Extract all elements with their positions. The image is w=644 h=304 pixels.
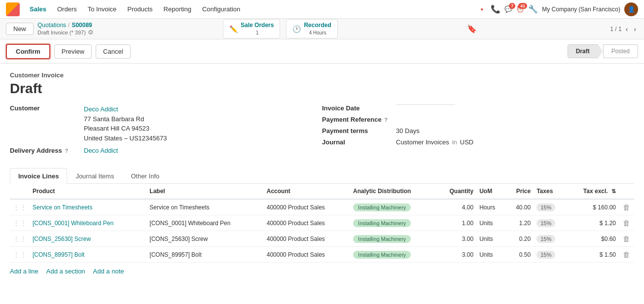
confirm-button[interactable]: Confirm [6, 44, 50, 59]
status-flow: Draft Posted [568, 43, 638, 59]
adjust-icon[interactable]: ⇅ [611, 188, 616, 194]
breadcrumb-child[interactable]: S00089 [72, 22, 92, 29]
nav-configuration[interactable]: Configuration [197, 3, 245, 15]
col-drag [10, 184, 30, 199]
customer-value: Deco Addict 77 Santa Barbara Rd Pleasant… [84, 104, 167, 143]
breadcrumb-parent[interactable]: Quotations [37, 22, 66, 29]
nav-sales[interactable]: Sales [25, 3, 51, 15]
drag-handle[interactable]: ⋮⋮ [13, 203, 27, 211]
recorded-label: Recorded [304, 22, 331, 30]
breadcrumb-sep: / [68, 22, 70, 29]
invoice-date-row: Invoice Date [322, 104, 634, 112]
delivery-value: Deco Addict [84, 147, 118, 154]
row-label: Service on Timesheets [146, 199, 263, 215]
nav-reporting[interactable]: Reporting [159, 3, 196, 15]
wrench-icon[interactable]: 🔧 [528, 4, 538, 14]
delete-row-button[interactable]: 🗑 [622, 219, 631, 227]
tax-badge: 15% [537, 219, 555, 227]
customer-row: Customer Deco Addict 77 Santa Barbara Rd… [10, 104, 322, 143]
next-page-button[interactable]: › [632, 24, 638, 34]
nav-to-invoice[interactable]: To Invoice [83, 3, 122, 15]
row-price: 1.20 [506, 215, 534, 231]
table-row: ⋮⋮ Service on Timesheets Service on Time… [10, 199, 634, 215]
add-note-link[interactable]: Add a note [93, 268, 124, 275]
invoice-type-label: Customer Invoice [10, 71, 634, 79]
col-analytic: Analytic Distribution [350, 184, 436, 199]
invoice-table: Product Label Account Analytic Distribut… [10, 184, 634, 263]
action-bar: Confirm Preview Cancel Draft Posted [0, 39, 644, 64]
draft-invoice-label: Draft Invoice (* 397) [37, 30, 86, 35]
col-tax-excl: Tax excl. ⇅ [567, 184, 619, 199]
payment-terms-label: Payment terms [322, 127, 396, 135]
circle-red-icon: ● [477, 4, 487, 14]
customer-addr1: 77 Santa Barbara Rd [84, 114, 167, 124]
phone-icon[interactable]: 📞 [491, 4, 501, 14]
tab-journal-items[interactable]: Journal Items [67, 168, 122, 184]
preview-button[interactable]: Preview [54, 44, 92, 59]
tab-invoice-lines[interactable]: Invoice Lines [10, 168, 67, 184]
customer-name: Deco Addict [84, 104, 167, 114]
payment-terms-row: Payment terms 30 Days [322, 127, 634, 135]
new-button[interactable]: New [6, 23, 34, 35]
row-label: [CONS_25630] Screw [146, 231, 263, 247]
row-quantity: 3.00 [436, 247, 476, 263]
user-avatar[interactable]: 👤 [624, 2, 638, 16]
company-name: My Company (San Francisco) [542, 6, 620, 13]
col-taxes: Taxes [534, 184, 567, 199]
journal-in: in [452, 138, 457, 146]
nav-products[interactable]: Products [122, 3, 157, 15]
nav-orders[interactable]: Orders [52, 3, 82, 15]
recorded-hours-btn[interactable]: 🕐 Recorded 4 Hours [286, 19, 337, 38]
col-quantity: Quantity [436, 184, 476, 199]
sale-orders-icon: ✏️ [229, 25, 238, 33]
row-label: [CONS_0001] Whiteboard Pen [146, 215, 263, 231]
delivery-help-icon[interactable]: ? [65, 148, 68, 154]
product-link[interactable]: [CONS_0001] Whiteboard Pen [33, 220, 113, 227]
timer-badge[interactable]: ⏰ 41 [516, 5, 524, 13]
sub-nav: New Quotations / S00089 Draft Invoice (*… [0, 19, 644, 39]
status-posted-badge[interactable]: Posted [603, 44, 638, 58]
journal-row: Journal Customer Invoices in USD [322, 138, 634, 146]
form-left: Customer Deco Addict 77 Santa Barbara Rd… [10, 104, 322, 158]
prev-page-button[interactable]: ‹ [624, 24, 630, 34]
nav-right: ● 📞 💬 7 ⏰ 41 🔧 My Company (San Francisco… [477, 2, 638, 16]
col-price: Price [506, 184, 534, 199]
gear-icon[interactable]: ⚙ [88, 29, 94, 36]
customer-addr2: Pleasant Hill CA 94523 [84, 124, 167, 134]
invoice-form: Customer Deco Addict 77 Santa Barbara Rd… [10, 104, 634, 158]
drag-handle[interactable]: ⋮⋮ [13, 219, 27, 227]
drag-handle[interactable]: ⋮⋮ [13, 251, 27, 259]
analytic-badge: Installing Machinery [353, 203, 411, 211]
payment-terms-value: 30 Days [396, 127, 420, 135]
row-quantity: 3.00 [436, 231, 476, 247]
product-link[interactable]: [CONS_89957] Bolt [33, 251, 84, 258]
tab-other-info[interactable]: Other Info [122, 168, 168, 184]
row-label: [CONS_89957] Bolt [146, 247, 263, 263]
table-row: ⋮⋮ [CONS_0001] Whiteboard Pen [CONS_0001… [10, 215, 634, 231]
col-account: Account [264, 184, 350, 199]
delete-row-button[interactable]: 🗑 [622, 250, 631, 259]
delete-row-button[interactable]: 🗑 [622, 203, 631, 211]
invoice-status-title: Draft [10, 81, 634, 97]
add-section-link[interactable]: Add a section [46, 268, 85, 275]
product-link[interactable]: Service on Timesheets [33, 204, 92, 211]
pagination: 1 / 1 ‹ › [610, 24, 638, 34]
row-price: 0.20 [506, 231, 534, 247]
nav-stats: ✏️ Sale Orders 1 🕐 Recorded 4 Hours [223, 19, 338, 38]
timer-count: 41 [518, 3, 527, 9]
invoice-date-value[interactable] [396, 104, 455, 105]
payment-ref-help-icon[interactable]: ? [384, 117, 388, 123]
top-nav: Sales Orders To Invoice Products Reporti… [0, 0, 644, 19]
delete-row-button[interactable]: 🗑 [622, 235, 631, 243]
bookmark-icon[interactable]: 🔖 [467, 24, 477, 34]
row-tax-excl: $ 1.20 [567, 215, 619, 231]
sale-orders-btn[interactable]: ✏️ Sale Orders 1 [223, 19, 280, 38]
chat-badge[interactable]: 💬 7 [504, 5, 512, 13]
add-line-link[interactable]: Add a line [10, 268, 38, 275]
status-draft-badge[interactable]: Draft [568, 44, 598, 58]
currency-value: USD [460, 138, 473, 146]
drag-handle[interactable]: ⋮⋮ [13, 235, 27, 243]
breadcrumb-sub: Draft Invoice (* 397) ⚙ [37, 29, 94, 36]
product-link[interactable]: [CONS_25630] Screw [33, 236, 91, 242]
cancel-button[interactable]: Cancel [96, 44, 130, 59]
